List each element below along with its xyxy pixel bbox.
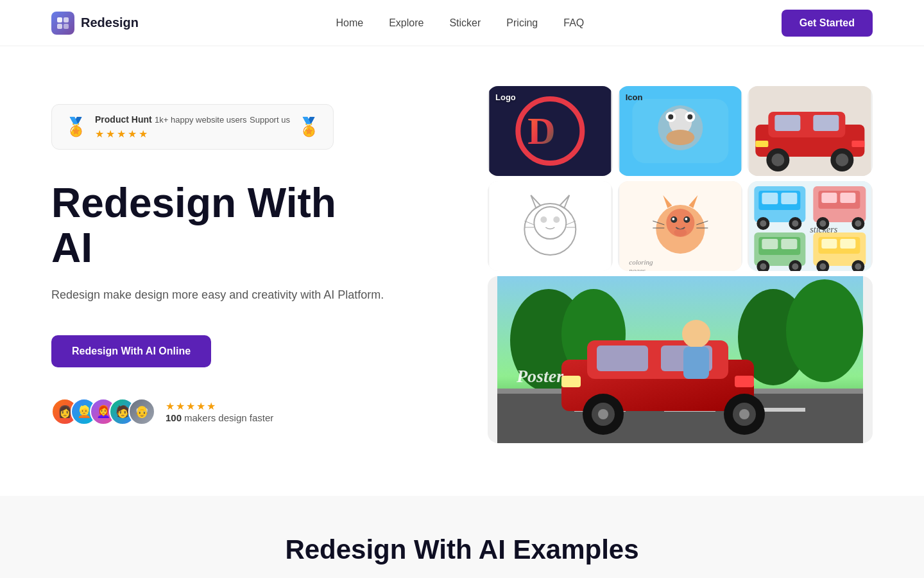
avatar-group: 👩 👱 👩‍🦰 🧑 👴 xyxy=(51,398,155,425)
star-3: ★ xyxy=(117,128,126,140)
nav-faq[interactable]: FAQ xyxy=(563,17,584,29)
svg-point-24 xyxy=(836,153,849,166)
avatar-stars: ★ ★ ★ ★ ★ xyxy=(166,400,273,412)
svg-point-92 xyxy=(786,279,863,382)
svg-text:pages: pages xyxy=(628,267,646,271)
rating-star-2: ★ xyxy=(176,400,185,412)
svg-rect-82 xyxy=(822,239,837,249)
icon-label: Icon xyxy=(626,92,643,102)
svg-rect-66 xyxy=(782,239,798,249)
svg-rect-100 xyxy=(597,346,648,371)
svg-rect-109 xyxy=(735,376,754,387)
svg-text:Poster: Poster xyxy=(516,366,564,386)
svg-point-14 xyxy=(687,114,692,119)
svg-rect-25 xyxy=(756,141,769,147)
nav-sticker[interactable]: Sticker xyxy=(449,17,481,29)
nav-pricing[interactable]: Pricing xyxy=(506,17,538,29)
nav-explore[interactable]: Explore xyxy=(389,17,424,29)
svg-point-47 xyxy=(674,229,687,236)
ph-title: Product Hunt xyxy=(95,114,152,125)
svg-point-104 xyxy=(598,409,608,419)
svg-point-70 xyxy=(792,263,799,270)
ph-subtitle: 1k+ happy website users xyxy=(155,115,246,125)
svg-rect-2 xyxy=(57,24,62,29)
image-card-cars-row: stickers xyxy=(748,181,873,271)
hero-heading: Redesign With AI xyxy=(51,180,385,271)
svg-point-45 xyxy=(672,218,674,220)
avatar-count: 100 xyxy=(166,412,182,423)
image-card-icon: Icon xyxy=(618,86,743,176)
ph-support: Support us xyxy=(250,115,290,125)
svg-rect-75 xyxy=(841,193,856,203)
svg-rect-65 xyxy=(762,239,778,249)
avatar-label: makers design faster xyxy=(184,412,273,423)
hero-left: 🏅 Product Hunt 1k+ happy website users S… xyxy=(51,104,385,426)
hero-image-grid: D Logo xyxy=(488,86,873,443)
svg-rect-57 xyxy=(762,193,778,204)
laurel-left-icon: 🏅 xyxy=(65,116,87,137)
svg-rect-108 xyxy=(561,376,581,387)
svg-rect-19 xyxy=(775,115,801,131)
image-card-car1 xyxy=(748,86,873,176)
svg-rect-27 xyxy=(489,181,611,271)
svg-rect-74 xyxy=(822,193,837,203)
hero-subtext: Redesign make design more easy and creat… xyxy=(51,286,385,304)
nav-home[interactable]: Home xyxy=(336,17,364,29)
examples-title: Redesign With AI Examples xyxy=(51,534,873,565)
examples-section: Redesign With AI Examples Redesign 1000%… xyxy=(0,496,924,578)
hero-section: 🏅 Product Hunt 1k+ happy website users S… xyxy=(0,46,924,496)
svg-point-107 xyxy=(739,409,749,419)
navbar: Redesign Home Explore Sticker Pricing FA… xyxy=(0,0,924,46)
svg-point-60 xyxy=(760,220,767,227)
svg-point-110 xyxy=(682,320,710,348)
svg-rect-111 xyxy=(683,347,709,379)
svg-rect-83 xyxy=(841,239,856,249)
brand-logo xyxy=(51,12,74,35)
svg-point-22 xyxy=(772,153,785,166)
svg-text:D: D xyxy=(527,110,555,152)
svg-point-62 xyxy=(792,220,799,227)
avatar-5: 👴 xyxy=(128,398,155,425)
svg-rect-58 xyxy=(782,193,798,204)
svg-point-79 xyxy=(855,220,862,227)
star-4: ★ xyxy=(128,128,137,140)
avatar-row: 👩 👱 👩‍🦰 🧑 👴 ★ ★ ★ ★ ★ 100 makers design … xyxy=(51,398,385,425)
rating-star-5: ★ xyxy=(207,400,216,412)
svg-rect-20 xyxy=(814,115,839,131)
product-hunt-badge: 🏅 Product Hunt 1k+ happy website users S… xyxy=(51,104,334,150)
svg-point-77 xyxy=(820,220,826,227)
svg-point-32 xyxy=(540,216,547,223)
brand-name: Redesign xyxy=(81,15,139,30)
get-started-button[interactable]: Get Started xyxy=(782,10,873,37)
svg-point-15 xyxy=(666,130,694,145)
brand: Redesign xyxy=(51,12,139,35)
star-5: ★ xyxy=(139,128,148,140)
star-1: ★ xyxy=(95,128,104,140)
rating-star-4: ★ xyxy=(196,400,205,412)
svg-rect-3 xyxy=(64,24,69,29)
svg-point-68 xyxy=(760,263,767,270)
svg-text:coloring: coloring xyxy=(629,258,653,266)
ph-badge-info: Product Hunt 1k+ happy website users Sup… xyxy=(95,114,290,140)
logo-label: Logo xyxy=(495,92,516,102)
avatar-info: ★ ★ ★ ★ ★ 100 makers design faster xyxy=(166,400,273,423)
hero-cta-button[interactable]: Redesign With AI Online xyxy=(51,335,211,367)
svg-point-85 xyxy=(820,263,826,270)
svg-rect-0 xyxy=(57,17,62,22)
image-card-coloring: coloring pages xyxy=(618,181,743,271)
star-2: ★ xyxy=(106,128,115,140)
rating-star-3: ★ xyxy=(186,400,195,412)
svg-point-46 xyxy=(685,218,687,220)
svg-rect-26 xyxy=(852,141,865,147)
svg-point-87 xyxy=(855,263,862,270)
avatar-count-label: 100 makers design faster xyxy=(166,412,273,423)
svg-rect-1 xyxy=(64,17,69,22)
laurel-right-icon: 🏅 xyxy=(298,116,320,137)
image-card-logo: D Logo xyxy=(488,86,613,176)
svg-point-33 xyxy=(553,216,560,223)
ph-stars: ★ ★ ★ ★ ★ xyxy=(95,128,290,140)
image-card-poster: Poster xyxy=(488,276,873,443)
nav-links: Home Explore Sticker Pricing FAQ xyxy=(336,17,585,29)
svg-point-13 xyxy=(668,114,673,119)
image-card-cat-sketch xyxy=(488,181,613,271)
